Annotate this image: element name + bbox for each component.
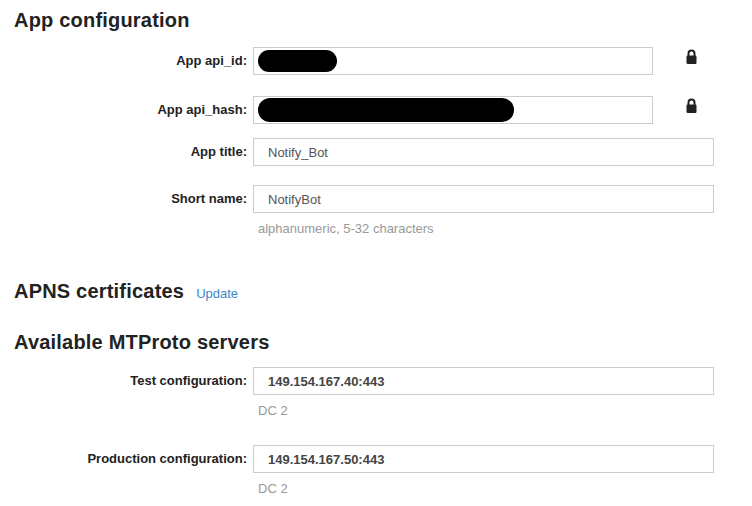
form-row-app-title: App title: [0,138,752,166]
test-configuration-label: Test configuration: [0,367,247,395]
short-name-input[interactable] [253,185,714,213]
short-name-hint: alphanumeric, 5-32 characters [258,221,714,236]
form-row-api-hash: App api_hash: [0,96,752,124]
apns-section-header: APNS certificates Update [14,280,752,302]
form-row-api-id: App api_id: [0,47,752,75]
mtproto-servers-heading: Available MTProto servers [14,331,752,353]
short-name-label: Short name: [0,185,247,213]
api-hash-input[interactable] [253,96,653,124]
lock-icon [685,49,698,69]
production-configuration-label: Production configuration: [0,445,247,473]
api-id-label: App api_id: [0,47,247,75]
page-title: App configuration [14,9,752,31]
form-row-test-configuration: Test configuration: DC 2 [0,367,752,418]
form-row-production-configuration: Production configuration: DC 2 [0,445,752,496]
redaction-overlay [258,98,514,122]
app-title-label: App title: [0,138,247,166]
api-hash-label: App api_hash: [0,96,247,124]
update-link[interactable]: Update [196,286,238,301]
lock-icon [685,98,698,118]
test-configuration-dc-label: DC 2 [258,403,714,418]
form-row-short-name: Short name: alphanumeric, 5-32 character… [0,185,752,236]
redaction-overlay [258,50,337,72]
apns-certificates-heading: APNS certificates [14,280,184,302]
app-configuration-page: App configuration App api_id: App api_ha… [0,9,752,506]
api-id-input[interactable] [253,47,653,75]
production-configuration-input[interactable] [253,445,714,473]
production-configuration-dc-label: DC 2 [258,481,714,496]
app-title-input[interactable] [253,138,714,166]
test-configuration-input[interactable] [253,367,714,395]
